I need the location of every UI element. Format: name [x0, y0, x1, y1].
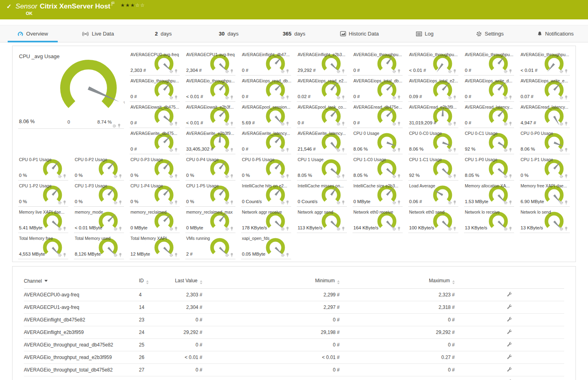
gauge-tile[interactable]: CPU 1-P5 Usage0 %	[185, 181, 235, 207]
gear-icon[interactable]	[169, 69, 173, 73]
star-empty-icon[interactable]: ☆	[140, 2, 145, 8]
pin-icon[interactable]	[453, 95, 456, 100]
tab-historic-data[interactable]: Historic Data	[327, 25, 392, 42]
gear-icon[interactable]	[448, 148, 452, 152]
gauge-tile[interactable]: CPU 0-P5 Usage0 %	[241, 154, 291, 181]
pin-icon[interactable]	[63, 227, 66, 231]
gauge-tile[interactable]: Network eth0 send100 KByte/s	[408, 207, 458, 233]
gear-icon[interactable]	[559, 69, 563, 73]
table-row[interactable]: AVERAGECPU1-avg-freq142,304 #2,297 #2,31…	[24, 301, 564, 314]
pin-icon[interactable]	[174, 253, 178, 257]
gauge-tile[interactable]: AVERAGEwrite_e2b3f9...33,405,302 #	[185, 128, 235, 154]
gear-icon[interactable]	[225, 174, 229, 178]
pin-icon[interactable]	[286, 148, 289, 152]
gauge-tile[interactable]: Network lo send13 KByte/s	[520, 207, 570, 233]
table-row[interactable]: AVERAGEio_throughput_read_e2b3f95926< 0.…	[24, 351, 564, 364]
pin-icon[interactable]	[342, 95, 345, 100]
gear-icon[interactable]	[225, 69, 229, 73]
gear-icon[interactable]	[392, 122, 396, 126]
gear-icon[interactable]	[392, 174, 396, 178]
gauge-tile[interactable]: AVERAGEiops_total_e2...0.09 #	[408, 76, 458, 102]
pin-icon[interactable]	[453, 200, 456, 205]
gear-icon[interactable]	[504, 148, 508, 152]
gear-icon[interactable]	[281, 227, 285, 231]
tab-365-days[interactable]: 365days	[261, 25, 327, 42]
pin-icon[interactable]	[230, 69, 233, 73]
gauge-tile[interactable]: AVERAGEio_throughpu...0 #	[353, 49, 403, 76]
gear-icon[interactable]	[559, 96, 563, 100]
gauge-tile[interactable]: AVERAGEiops_read_e2...0.02 #	[297, 76, 347, 102]
gauge-tile[interactable]: CPU 1-C1 Usage92 %	[408, 154, 458, 181]
gear-icon[interactable]	[169, 201, 173, 205]
gear-icon[interactable]	[58, 174, 62, 178]
gauge-tile[interactable]: memory_reclaimed0 MByte	[130, 207, 180, 233]
pin-icon[interactable]	[230, 148, 233, 152]
gauge-tile[interactable]: AVERAGECPU0-avg-freq2,303 #	[130, 49, 180, 76]
pin-icon[interactable]	[286, 227, 289, 231]
gauge-tile[interactable]: AVERAGEio_throughpu...0 #	[464, 49, 514, 76]
pin-icon[interactable]	[342, 174, 345, 178]
gauge-tile[interactable]: Network aggr receive178 KByte/s	[241, 207, 291, 233]
gauge-tile[interactable]: CPU 0-P3 Usage0 %	[130, 154, 180, 181]
gauge-tile[interactable]: Memory free XAPI dae...6.90 MByte	[520, 181, 570, 207]
gear-icon[interactable]	[392, 69, 396, 73]
table-row[interactable]: AVERAGEio_throughput_total_db475e82270 #…	[24, 364, 564, 376]
gear-icon[interactable]	[336, 122, 340, 126]
gauge-tile[interactable]: CPU 1-P2 Usage0 %	[18, 181, 68, 207]
big-gauge-tile[interactable]: CPU _avg Usage % 8.06 % 0 8.74 %	[18, 49, 124, 154]
pin-icon[interactable]	[286, 122, 289, 126]
gear-icon[interactable]	[336, 174, 340, 178]
tab-overview[interactable]: Overview	[0, 25, 65, 42]
gear-icon[interactable]	[281, 174, 285, 178]
column-header-channel[interactable]: Channel	[24, 276, 139, 289]
pin-icon[interactable]	[565, 122, 568, 126]
gauge-tile[interactable]: CPU 0-P2 Usage0 %	[74, 154, 124, 181]
column-header-maximum[interactable]: Maximum	[340, 276, 455, 289]
tab-2-days[interactable]: 2days	[131, 25, 196, 42]
pin-icon[interactable]	[397, 69, 401, 73]
gauge-tile[interactable]: Network aggr send113 KByte/s	[297, 207, 347, 233]
gear-icon[interactable]	[336, 148, 340, 152]
pin-icon[interactable]	[453, 174, 456, 178]
pin-icon[interactable]	[230, 227, 233, 231]
gauge-tile[interactable]: AVERAGEread_latency...4,947 #	[520, 102, 570, 128]
gear-icon[interactable]	[504, 96, 508, 100]
gear-icon[interactable]	[504, 69, 508, 73]
gauge-tile[interactable]: Network lo receive13 KByte/s	[464, 207, 514, 233]
pin-icon[interactable]	[397, 122, 401, 126]
gauge-tile[interactable]: AVERAGEread_latency...0 #	[464, 102, 514, 128]
gear-icon[interactable]	[336, 69, 340, 73]
pin-icon[interactable]	[342, 148, 345, 152]
channel-settings-icon[interactable]	[507, 367, 512, 373]
pin-icon[interactable]	[63, 253, 66, 257]
gear-icon[interactable]	[392, 201, 396, 205]
gear-icon[interactable]	[113, 253, 118, 257]
star-filled-icon[interactable]: ★	[126, 2, 130, 8]
pin-icon[interactable]	[174, 95, 178, 100]
pin-icon[interactable]	[174, 174, 178, 178]
pin-icon[interactable]	[397, 148, 401, 152]
gear-icon[interactable]	[58, 253, 62, 257]
pin-icon[interactable]	[63, 200, 66, 205]
pin-icon[interactable]	[397, 95, 401, 100]
pin-icon[interactable]	[174, 122, 178, 126]
gear-icon[interactable]	[58, 227, 62, 231]
pin-icon[interactable]	[565, 148, 568, 152]
gauge-tile[interactable]: CPU 1-P1 Usage0 %	[520, 154, 570, 181]
star-filled-icon[interactable]: ★	[130, 2, 135, 8]
gear-icon[interactable]	[169, 227, 173, 231]
channel-settings-icon[interactable]	[507, 292, 512, 298]
gauge-tile[interactable]: Total Memory used8,126 MByte	[74, 233, 124, 259]
gauge-tile[interactable]: CPU 1-C0 Usage8.05 %	[353, 154, 403, 181]
channel-settings-icon[interactable]	[507, 355, 512, 361]
gear-icon[interactable]	[392, 227, 396, 231]
gauge-tile[interactable]: CPU 1-P0 Usage8.05 %	[464, 154, 514, 181]
gauge-tile[interactable]: CPU 0-P0 Usage8.06 %	[520, 128, 570, 154]
flag-icon[interactable]	[111, 0, 115, 8]
pin-icon[interactable]	[119, 227, 122, 231]
pin-icon[interactable]	[286, 200, 289, 205]
gauge-tile[interactable]: AVERAGEio_throughpu...< 0.01 #	[408, 49, 458, 76]
star-empty-icon[interactable]: ☆	[135, 2, 140, 8]
pin-icon[interactable]	[286, 253, 289, 257]
gauge-tile[interactable]: Total Memory XAPI12 MByte	[130, 233, 180, 259]
